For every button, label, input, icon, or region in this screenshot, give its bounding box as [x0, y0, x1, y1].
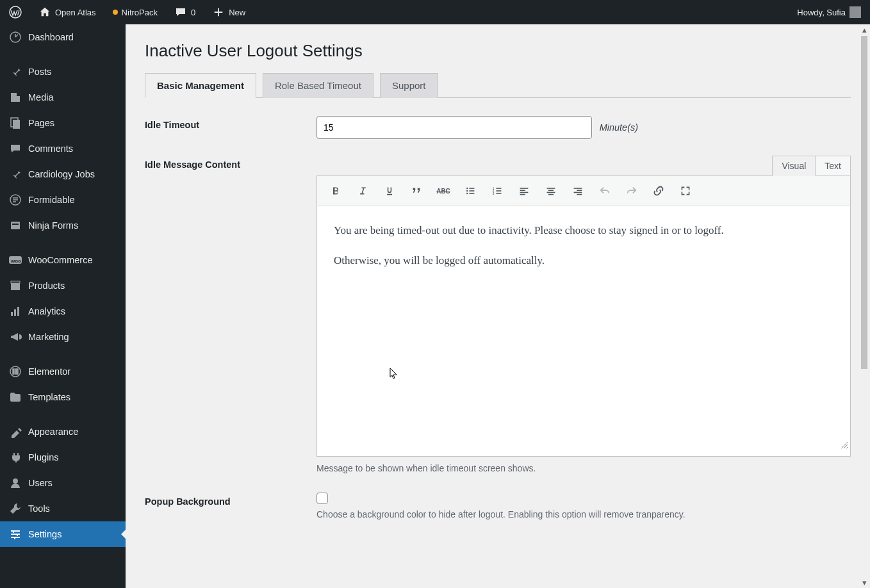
sidebar-item-tools[interactable]: Tools — [0, 496, 126, 521]
analytics-icon — [9, 305, 22, 318]
bullet-list-button[interactable] — [463, 184, 477, 198]
sidebar-item-label: Media — [28, 92, 118, 102]
editor-textarea[interactable]: You are being timed-out out due to inact… — [317, 206, 850, 456]
comments-count: 0 — [191, 8, 195, 17]
site-name: Open Atlas — [55, 8, 96, 17]
sidebar-item-users[interactable]: Users — [0, 470, 126, 496]
message-paragraph-1: You are being timed-out out due to inact… — [334, 222, 833, 239]
link-button[interactable] — [652, 184, 666, 198]
tab-support[interactable]: Support — [380, 73, 438, 98]
tab-role-based-timeout[interactable]: Role Based Timeout — [263, 73, 373, 98]
svg-rect-17 — [15, 371, 18, 372]
svg-point-28 — [466, 190, 468, 192]
editor-tab-text[interactable]: Text — [815, 156, 851, 176]
tab-basic-management[interactable]: Basic Management — [145, 73, 256, 98]
sidebar-item-label: Tools — [28, 503, 118, 514]
undo-button[interactable] — [598, 184, 612, 198]
sidebar-item-label: WooCommerce — [28, 255, 118, 265]
scroll-down-icon[interactable]: ▾ — [858, 577, 870, 588]
nitropack-link[interactable]: NitroPack — [109, 8, 161, 17]
home-icon — [38, 6, 51, 19]
sidebar-item-label: Marketing — [28, 332, 118, 342]
scroll-thumb[interactable] — [861, 36, 867, 369]
resize-handle-icon[interactable] — [841, 437, 848, 454]
svg-rect-38 — [520, 188, 529, 189]
vertical-scrollbar[interactable]: ▴ ▾ — [858, 24, 870, 588]
svg-rect-9 — [11, 283, 20, 290]
strikethrough-button[interactable]: ABC — [436, 184, 450, 198]
sidebar-item-formidable[interactable]: Formidable — [0, 187, 126, 213]
bold-button[interactable] — [329, 184, 343, 198]
svg-rect-13 — [17, 307, 19, 316]
sidebar-item-settings[interactable]: Settings — [0, 521, 126, 547]
svg-rect-31 — [469, 193, 474, 194]
sidebar-item-ninja-forms[interactable]: Ninja Forms — [0, 213, 126, 238]
numbered-list-button[interactable]: 123 — [490, 184, 504, 198]
idle-timeout-input[interactable] — [316, 116, 592, 139]
formidable-icon — [9, 193, 22, 206]
scroll-up-icon[interactable]: ▴ — [858, 24, 870, 35]
sidebar-item-woocommerce[interactable]: wooWooCommerce — [0, 247, 126, 273]
svg-rect-40 — [520, 192, 529, 193]
sidebar-item-dashboard[interactable]: Dashboard — [0, 24, 126, 50]
admin-sidebar: DashboardPostsMediaPagesCommentsCardiolo… — [0, 24, 126, 588]
sidebar-item-elementor[interactable]: Elementor — [0, 359, 126, 384]
comments-link[interactable]: 0 — [170, 6, 199, 19]
align-center-button[interactable] — [544, 184, 558, 198]
svg-rect-12 — [14, 309, 16, 316]
message-help-text: Message to be shown when idle timeout sc… — [316, 463, 851, 473]
status-dot-icon — [113, 10, 118, 15]
sidebar-item-posts[interactable]: Posts — [0, 59, 126, 85]
sidebar-item-label: Cardiology Jobs — [28, 169, 118, 179]
svg-rect-49 — [577, 194, 582, 195]
page-title: Inactive User Logout Settings — [145, 41, 851, 61]
sidebar-item-pages[interactable]: Pages — [0, 110, 126, 136]
sidebar-item-templates[interactable]: Templates — [0, 384, 126, 410]
sidebar-item-appearance[interactable]: Appearance — [0, 419, 126, 445]
user-greeting-link[interactable]: Howdy, Sufia — [793, 6, 865, 18]
italic-button[interactable] — [356, 184, 370, 198]
align-left-button[interactable] — [517, 184, 531, 198]
svg-text:3: 3 — [493, 192, 495, 195]
editor-tab-visual[interactable]: Visual — [772, 156, 816, 176]
svg-rect-23 — [17, 534, 18, 536]
blockquote-button[interactable] — [409, 184, 423, 198]
sidebar-item-media[interactable]: Media — [0, 85, 126, 110]
svg-rect-43 — [548, 190, 554, 191]
svg-rect-5 — [11, 222, 20, 229]
sidebar-item-label: Comments — [28, 143, 118, 154]
sidebar-item-label: Plugins — [28, 452, 118, 462]
site-name-link[interactable]: Open Atlas — [35, 6, 100, 19]
sidebar-item-plugins[interactable]: Plugins — [0, 445, 126, 470]
svg-rect-27 — [469, 188, 474, 189]
sidebar-item-analytics[interactable]: Analytics — [0, 298, 126, 324]
sidebar-item-label: Templates — [28, 392, 118, 402]
sidebar-item-products[interactable]: Products — [0, 273, 126, 298]
settings-icon — [9, 528, 22, 541]
redo-button[interactable] — [625, 184, 639, 198]
popup-background-checkbox[interactable] — [316, 493, 328, 504]
sidebar-item-label: Formidable — [28, 195, 118, 205]
label-idle-timeout: Idle Timeout — [145, 116, 316, 130]
comments-icon — [9, 142, 22, 155]
svg-rect-10 — [11, 281, 20, 283]
underline-button[interactable] — [382, 184, 397, 198]
tools-icon — [9, 502, 22, 515]
products-icon — [9, 279, 22, 292]
popup-background-help: Choose a background color to hide after … — [316, 509, 851, 519]
new-link[interactable]: New — [208, 6, 249, 19]
wordpress-logo-link[interactable] — [5, 6, 26, 19]
align-right-button[interactable] — [571, 184, 585, 198]
sidebar-item-cardiology-jobs[interactable]: Cardiology Jobs — [0, 161, 126, 187]
label-idle-message: Idle Message Content — [145, 156, 316, 170]
svg-rect-6 — [12, 224, 19, 225]
sidebar-item-comments[interactable]: Comments — [0, 136, 126, 161]
fullscreen-button[interactable] — [678, 184, 693, 198]
pages-icon — [9, 117, 22, 129]
mouse-cursor-icon — [390, 368, 398, 381]
svg-rect-16 — [15, 369, 18, 370]
sidebar-item-label: Appearance — [28, 427, 118, 437]
marketing-icon — [9, 331, 22, 343]
sidebar-item-marketing[interactable]: Marketing — [0, 324, 126, 350]
svg-point-26 — [466, 188, 468, 189]
